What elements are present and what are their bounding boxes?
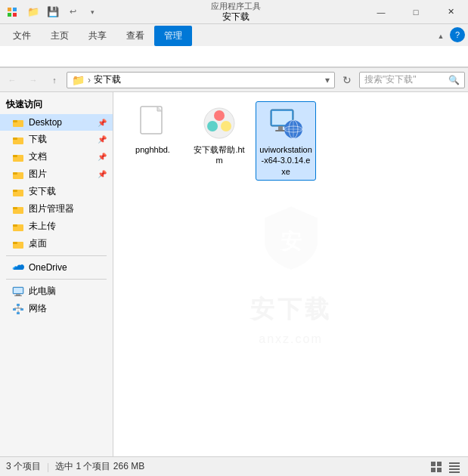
tab-home[interactable]: 主页 [41, 26, 79, 46]
svg-text:安: 安 [279, 229, 302, 253]
view-controls [429, 459, 462, 474]
path-current: 安下载 [94, 73, 121, 86]
maximize-btn[interactable]: □ [398, 0, 433, 24]
svg-rect-15 [13, 207, 17, 209]
svg-rect-22 [16, 294, 20, 295]
ribbon-content [0, 46, 468, 67]
sidebar-item-notuploaded[interactable]: 未上传 [0, 218, 113, 235]
up-btn[interactable]: ↑ [45, 71, 64, 89]
pin-icon-docs: 📌 [98, 153, 107, 161]
search-icon: 🔍 [448, 75, 460, 85]
svg-rect-42 [278, 126, 283, 130]
sidebar-item-desktop[interactable]: Desktop 📌 [0, 114, 113, 131]
sidebar-label-notuploaded: 未上传 [29, 220, 56, 233]
help-btn[interactable]: ? [450, 27, 465, 42]
ribbon-collapse-btn[interactable]: ▲ [432, 27, 450, 45]
svg-rect-2 [8, 13, 11, 17]
sidebar-item-images[interactable]: 图片 📌 [0, 165, 113, 183]
close-btn[interactable]: ✕ [433, 0, 468, 24]
sidebar-label-docs: 文档 [29, 150, 47, 163]
address-bar: ← → ↑ 📁 › 安下载 ▾ ↻ 搜索"安下载" 🔍 [0, 68, 468, 92]
window-title: 安下载 [222, 11, 249, 22]
onedrive-icon [12, 261, 24, 274]
sidebar-item-network[interactable]: 网络 [0, 300, 113, 317]
forward-btn[interactable]: → [24, 71, 42, 89]
svg-point-38 [207, 121, 218, 131]
address-path[interactable]: 📁 › 安下载 ▾ [67, 72, 335, 88]
sidebar-label-desktop: Desktop [29, 117, 62, 128]
svg-rect-53 [449, 462, 460, 464]
sidebar-item-download[interactable]: 下载 📌 [0, 131, 113, 148]
pin-icon-images: 📌 [98, 170, 107, 178]
tab-view[interactable]: 查看 [116, 26, 154, 46]
sidebar-item-thispc[interactable]: 此电脑 [0, 283, 113, 300]
title-bar-controls: — □ ✕ [364, 0, 468, 24]
svg-rect-52 [437, 468, 442, 472]
title-bar-left: 📁 💾 ↩ ▾ [0, 3, 107, 21]
quick-access-title[interactable]: 快速访问 [0, 95, 113, 114]
sidebar-label-thispc: 此电脑 [29, 285, 56, 298]
new-folder-btn[interactable]: 📁 [24, 3, 42, 21]
save-btn[interactable]: 💾 [44, 3, 62, 21]
ribbon-tabs: 文件 主页 共享 查看 管理 ▲ ? [0, 24, 468, 46]
undo-btn[interactable]: ↩ [64, 3, 82, 21]
svg-rect-23 [14, 295, 22, 296]
path-dropdown-icon[interactable]: ▾ [325, 75, 330, 85]
refresh-btn[interactable]: ↻ [338, 71, 356, 89]
thispc-icon [12, 286, 24, 298]
svg-rect-11 [13, 172, 17, 175]
svg-point-39 [221, 121, 231, 131]
search-placeholder: 搜索"安下载" [364, 73, 445, 86]
dropdown-btn[interactable]: ▾ [83, 3, 101, 21]
svg-rect-7 [13, 138, 17, 140]
sidebar-item-docs[interactable]: 文档 📌 [0, 148, 113, 165]
svg-rect-5 [13, 120, 17, 122]
svg-rect-0 [8, 8, 11, 11]
file-item-help[interactable]: 安下载帮助.htm [189, 101, 249, 170]
network-icon [12, 303, 24, 315]
file-name-help: 安下载帮助.htm [193, 144, 246, 166]
sidebar-divider-1 [6, 255, 107, 256]
file-icon-help [201, 105, 237, 141]
svg-rect-43 [275, 130, 286, 131]
svg-rect-19 [13, 242, 17, 244]
tab-file[interactable]: 文件 [3, 26, 41, 46]
path-separator: › [88, 75, 91, 85]
svg-rect-56 [449, 471, 460, 473]
app-tools-label: 应用程序工具 [211, 2, 261, 11]
file-item-pnghhbd[interactable]: pnghhbd. [122, 101, 183, 159]
status-bar: 3 个项目 | 选中 1 个项目 266 MB [0, 456, 468, 476]
svg-rect-55 [449, 468, 460, 470]
main-area: 快速访问 Desktop 📌 下载 📌 文档 📌 [0, 92, 468, 456]
svg-rect-21 [14, 288, 23, 293]
status-selected: 选中 1 个项目 266 MB [55, 460, 144, 473]
folder-desktop2-icon [12, 238, 24, 250]
file-item-uviworkstation[interactable]: uviworkstation-x64-3.0.14.exe [256, 101, 316, 181]
sidebar-item-anxz[interactable]: 安下载 [0, 183, 113, 200]
back-btn[interactable]: ← [3, 71, 21, 89]
status-separator: | [47, 462, 49, 472]
sidebar-item-onedrive[interactable]: OneDrive [0, 259, 113, 276]
sidebar-item-imgmanager[interactable]: 图片管理器 [0, 200, 113, 218]
sidebar-item-desktop2[interactable]: 桌面 [0, 235, 113, 252]
tab-share[interactable]: 共享 [79, 26, 116, 46]
file-name-pnghhbd: pnghhbd. [135, 144, 170, 155]
sidebar-label-onedrive: OneDrive [29, 262, 67, 273]
sidebar-label-desktop2: 桌面 [29, 237, 47, 250]
window-icon [6, 6, 18, 18]
details-view-btn[interactable] [447, 459, 462, 474]
title-bar: 📁 💾 ↩ ▾ 应用程序工具 安下载 — □ ✕ [0, 0, 468, 24]
folder-icon [12, 116, 24, 128]
sidebar: 快速访问 Desktop 📌 下载 📌 文档 📌 [0, 92, 113, 456]
svg-rect-3 [13, 13, 17, 17]
minimize-btn[interactable]: — [364, 0, 398, 24]
tab-manage[interactable]: 管理 [154, 26, 192, 46]
search-box[interactable]: 搜索"安下载" 🔍 [359, 72, 465, 88]
folder-docs-icon [12, 151, 24, 163]
large-icons-view-btn[interactable] [429, 459, 444, 474]
file-icon-pnghhbd [135, 105, 171, 141]
quick-access-icons: 📁 💾 ↩ ▾ [24, 3, 101, 21]
pin-icon-desktop: 📌 [98, 119, 107, 127]
watermark-shield: 安 [257, 203, 325, 287]
watermark-sub: anxz.com [259, 332, 322, 346]
